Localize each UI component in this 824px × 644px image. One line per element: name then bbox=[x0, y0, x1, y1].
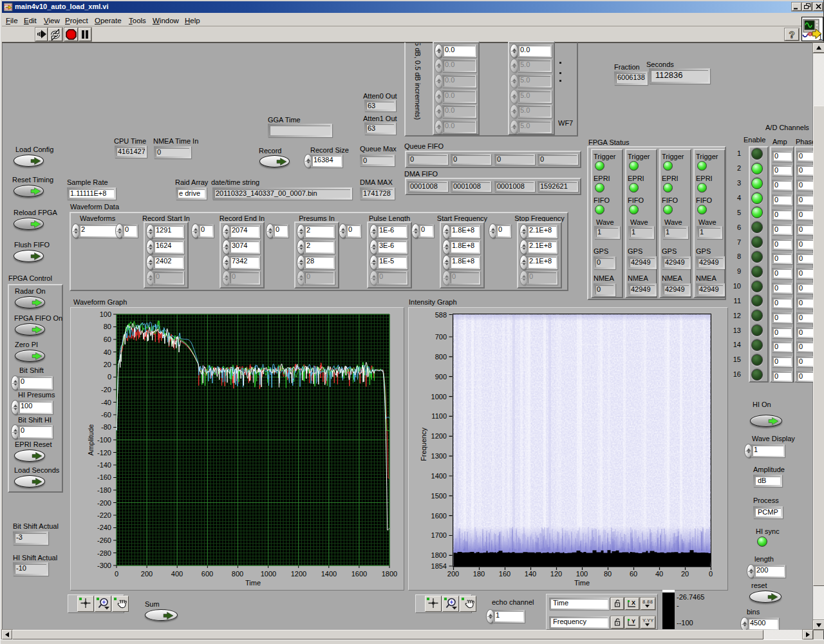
svg-text:588: 588 bbox=[435, 311, 447, 319]
svg-text:1: 1 bbox=[818, 33, 823, 41]
svg-text:120: 120 bbox=[550, 570, 562, 578]
svg-text:200: 200 bbox=[141, 570, 153, 578]
svg-text:-240: -240 bbox=[97, 524, 111, 531]
svg-text:0: 0 bbox=[709, 570, 713, 578]
svg-text:800: 800 bbox=[435, 353, 447, 361]
svg-text:-140: -140 bbox=[97, 461, 111, 469]
svg-text:100: 100 bbox=[576, 570, 588, 578]
svg-text:1600: 1600 bbox=[431, 512, 447, 520]
svg-text:0: 0 bbox=[115, 570, 118, 578]
svg-text:20: 20 bbox=[681, 570, 689, 578]
svg-text:1200: 1200 bbox=[431, 432, 447, 440]
svg-text:1100: 1100 bbox=[431, 412, 447, 420]
svg-text:1700: 1700 bbox=[431, 531, 447, 539]
svg-text:Frequency: Frequency bbox=[420, 428, 427, 461]
svg-text:-160: -160 bbox=[97, 473, 111, 481]
svg-text:700: 700 bbox=[435, 333, 447, 341]
svg-text:-220: -220 bbox=[97, 511, 111, 519]
svg-text:-280: -280 bbox=[97, 549, 111, 557]
svg-text:60: 60 bbox=[630, 570, 637, 578]
svg-text:-200: -200 bbox=[97, 499, 111, 507]
svg-text:-60: -60 bbox=[101, 411, 111, 419]
svg-text:60: 60 bbox=[104, 336, 111, 343]
svg-text:?: ? bbox=[789, 29, 794, 40]
svg-text:1800: 1800 bbox=[431, 551, 447, 559]
svg-text:40: 40 bbox=[655, 570, 663, 578]
svg-text:Amplitude: Amplitude bbox=[87, 424, 95, 456]
svg-text:1600: 1600 bbox=[351, 570, 367, 578]
svg-text:-20: -20 bbox=[101, 386, 111, 393]
svg-text:1400: 1400 bbox=[321, 570, 337, 578]
svg-text:800: 800 bbox=[232, 570, 243, 578]
svg-text:100: 100 bbox=[100, 310, 111, 318]
svg-text:1400: 1400 bbox=[431, 472, 447, 480]
svg-text:-40: -40 bbox=[101, 399, 111, 406]
svg-text:-80: -80 bbox=[101, 423, 111, 431]
svg-text:Y: Y bbox=[632, 618, 635, 625]
svg-text:140: 140 bbox=[525, 570, 536, 578]
svg-text:1000: 1000 bbox=[261, 570, 276, 578]
svg-text:Time: Time bbox=[245, 579, 261, 587]
svg-text:80: 80 bbox=[604, 570, 612, 578]
svg-text:-180: -180 bbox=[97, 486, 111, 494]
svg-text:-120: -120 bbox=[97, 449, 111, 457]
svg-text:-100: -100 bbox=[97, 436, 111, 444]
svg-text:200: 200 bbox=[447, 570, 459, 578]
svg-text:80: 80 bbox=[104, 323, 111, 330]
svg-text:Time: Time bbox=[574, 579, 590, 587]
svg-text:1800: 1800 bbox=[382, 570, 397, 578]
svg-text:180: 180 bbox=[473, 570, 485, 578]
svg-text:0: 0 bbox=[108, 373, 111, 381]
svg-text:X: X bbox=[632, 600, 635, 606]
svg-text:1200: 1200 bbox=[291, 570, 306, 578]
svg-text:160: 160 bbox=[499, 570, 510, 578]
svg-text:40: 40 bbox=[104, 348, 111, 356]
svg-text:1000: 1000 bbox=[431, 393, 447, 401]
svg-text:400: 400 bbox=[171, 570, 183, 578]
svg-text:20: 20 bbox=[104, 361, 111, 368]
svg-text:-300: -300 bbox=[97, 562, 111, 569]
svg-text:1854: 1854 bbox=[431, 562, 447, 570]
svg-text:1300: 1300 bbox=[431, 452, 447, 460]
svg-text:600: 600 bbox=[201, 570, 213, 578]
svg-text:-260: -260 bbox=[97, 536, 111, 544]
svg-text:1500: 1500 bbox=[431, 492, 447, 500]
svg-text:900: 900 bbox=[435, 373, 447, 381]
